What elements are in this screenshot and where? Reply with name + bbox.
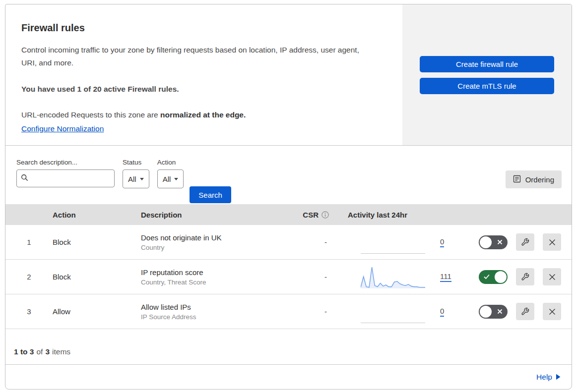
- column-header-action: Action: [53, 211, 141, 219]
- search-button[interactable]: Search: [190, 186, 231, 203]
- rule-number: 2: [5, 273, 53, 281]
- page-description: Control incoming traffic to your zone by…: [21, 44, 374, 69]
- items-of-label: of: [36, 347, 43, 356]
- action-dropdown-value: All: [163, 175, 171, 183]
- search-group: Search description...: [16, 159, 115, 204]
- x-icon: [497, 239, 503, 245]
- rule-criteria: Country: [141, 244, 276, 251]
- activity-count-link[interactable]: 111: [440, 272, 451, 282]
- rule-csr-value: -: [276, 238, 331, 246]
- chevron-down-icon: [140, 178, 144, 180]
- status-filter-group: Status All: [123, 159, 149, 204]
- delete-rule-button[interactable]: [543, 268, 561, 285]
- page-title: Firewall rules: [21, 22, 386, 34]
- rule-csr-value: -: [276, 307, 331, 316]
- ordering-list-icon: [513, 175, 521, 184]
- rule-number: 1: [5, 238, 53, 246]
- x-icon: [548, 273, 556, 281]
- items-label: items: [52, 347, 70, 356]
- activity-count-link[interactable]: 0: [440, 237, 444, 247]
- status-dropdown-value: All: [128, 175, 136, 183]
- wrench-icon: [521, 273, 529, 281]
- rule-criteria: IP Source Address: [141, 313, 276, 321]
- search-icon: [21, 174, 28, 183]
- activity-sparkline: [361, 266, 425, 288]
- action-label: Action: [157, 159, 184, 166]
- activity-count-link[interactable]: 0: [440, 307, 444, 317]
- search-label: Search description...: [16, 159, 115, 166]
- x-icon: [548, 238, 556, 246]
- table-row: 3 Allow Allow listed IPs IP Source Addre…: [5, 294, 572, 329]
- arrow-right-icon: [556, 374, 561, 380]
- wrench-icon: [521, 307, 529, 316]
- rule-criteria: Country, Threat Score: [141, 279, 276, 286]
- rule-action: Block: [53, 273, 141, 281]
- action-dropdown[interactable]: All: [157, 169, 184, 188]
- x-icon: [548, 308, 556, 316]
- help-bar: Help: [5, 365, 572, 389]
- edit-rule-button[interactable]: [516, 303, 534, 320]
- normalization-text: URL-encoded Requests to this zone are no…: [21, 109, 374, 121]
- create-mtls-rule-button[interactable]: Create mTLS rule: [420, 78, 554, 94]
- ordering-button[interactable]: Ordering: [506, 170, 562, 188]
- rule-enabled-toggle[interactable]: [479, 235, 508, 249]
- table-row: 2 Block IP reputation score Country, Thr…: [5, 260, 572, 294]
- firewall-rules-panel: Firewall rules Control incoming traffic …: [5, 4, 572, 390]
- rule-description: Does not originate in UK: [141, 233, 276, 242]
- rule-number: 3: [5, 307, 53, 316]
- table-header-row: Action Description CSR Activity last 24h…: [5, 204, 572, 225]
- header-actions-panel: Create firewall rule Create mTLS rule: [402, 4, 572, 145]
- usage-summary: You have used 1 of 20 active Firewall ru…: [21, 83, 374, 96]
- info-icon[interactable]: [321, 211, 329, 219]
- rule-description: IP reputation score: [141, 268, 276, 277]
- action-filter-group: Action All: [157, 159, 184, 204]
- table-row: 1 Block Does not originate in UK Country…: [5, 225, 572, 260]
- column-header-csr: CSR: [276, 211, 331, 219]
- normalization-text-bold: normalized at the edge.: [160, 111, 246, 119]
- rule-csr-value: -: [276, 273, 331, 281]
- status-dropdown[interactable]: All: [123, 169, 149, 188]
- create-firewall-rule-button[interactable]: Create firewall rule: [420, 56, 554, 72]
- column-header-description: Description: [141, 211, 276, 219]
- search-input-wrapper: [16, 169, 115, 187]
- column-header-activity: Activity last 24hr: [331, 211, 475, 219]
- status-label: Status: [123, 159, 149, 166]
- x-icon: [497, 309, 503, 314]
- help-link-label: Help: [536, 373, 552, 382]
- search-input[interactable]: [31, 174, 110, 182]
- activity-sparkline-empty: [361, 300, 425, 323]
- normalization-text-plain: URL-encoded Requests to this zone are: [21, 111, 160, 119]
- items-range: 1 to 3: [14, 347, 34, 356]
- rule-enabled-toggle[interactable]: [479, 270, 508, 284]
- header-text-block: Firewall rules Control incoming traffic …: [5, 4, 402, 145]
- edit-rule-button[interactable]: [516, 233, 534, 251]
- rule-action: Allow: [53, 307, 141, 316]
- filter-bar: Search description... Status All Action …: [5, 146, 572, 204]
- pagination-summary: 1 to 3 of 3 items: [5, 329, 572, 365]
- toggle-knob: [480, 306, 492, 318]
- configure-normalization-link[interactable]: Configure Normalization: [21, 124, 104, 133]
- wrench-icon: [521, 238, 529, 246]
- csr-header-label: CSR: [303, 211, 319, 219]
- check-icon: [484, 274, 490, 280]
- ordering-button-label: Ordering: [525, 175, 554, 184]
- chevron-down-icon: [174, 178, 178, 180]
- toggle-knob: [480, 236, 492, 248]
- edit-rule-button[interactable]: [516, 268, 534, 285]
- rule-action: Block: [53, 238, 141, 246]
- delete-rule-button[interactable]: [543, 303, 561, 320]
- delete-rule-button[interactable]: [543, 233, 561, 251]
- header-section: Firewall rules Control incoming traffic …: [5, 4, 572, 146]
- rule-description: Allow listed IPs: [141, 303, 276, 311]
- help-link[interactable]: Help: [536, 373, 561, 382]
- activity-sparkline-empty: [361, 231, 425, 254]
- rule-enabled-toggle[interactable]: [479, 305, 508, 319]
- items-total: 3: [45, 347, 50, 356]
- toggle-knob: [495, 271, 507, 283]
